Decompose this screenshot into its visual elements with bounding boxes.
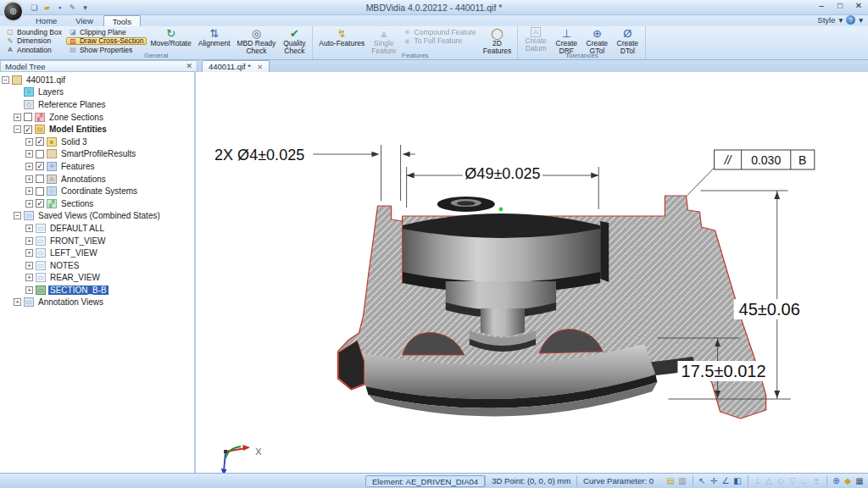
tree-checkbox-unchecked[interactable] <box>24 113 32 121</box>
tab-view[interactable]: View <box>67 15 101 26</box>
tree-expander[interactable]: + <box>14 114 21 121</box>
position-icon[interactable]: ⊕ <box>826 475 842 487</box>
new-document-icon[interactable]: ❏ <box>29 3 40 13</box>
snap-diamond-icon[interactable]: ◇ <box>775 475 787 487</box>
tree-item-smartprofileresults[interactable]: +SmartProfileResults <box>0 148 194 161</box>
tree-expander[interactable]: + <box>25 187 33 195</box>
tree-expander[interactable]: − <box>14 212 21 219</box>
quality-check-button[interactable]: ✔Quality Check <box>280 27 309 55</box>
tree-checkbox-unchecked[interactable] <box>36 175 44 183</box>
alignment-button[interactable]: ⇅Alignment <box>196 27 233 47</box>
tree-expander[interactable]: + <box>14 298 21 306</box>
clipping-plane-button[interactable]: ◪Clipping Plane <box>66 28 147 36</box>
snap-nadir-icon[interactable]: ▽ <box>787 475 798 487</box>
tree-item-annotations[interactable]: +AAnnotations <box>0 173 194 186</box>
help-icon[interactable]: ? <box>846 15 855 25</box>
tolerance-icon[interactable]: ± <box>810 475 822 487</box>
dimension-button[interactable]: ✎Dimension <box>3 37 64 46</box>
open-file-icon[interactable]: ▰ <box>42 3 53 13</box>
tree-checkbox-unchecked[interactable] <box>36 150 44 158</box>
export-icon[interactable]: ▥ <box>676 475 688 487</box>
tree-checkbox-unchecked[interactable] <box>36 187 44 196</box>
tree-expander[interactable]: − <box>2 76 9 84</box>
style-menu[interactable]: Style <box>817 15 835 25</box>
tree-expander[interactable]: + <box>25 237 33 245</box>
mbd-ready-check-button[interactable]: ◎MBD Ready Check <box>235 27 279 55</box>
panel-close-icon[interactable]: ✕ <box>186 62 192 70</box>
document-tab-close-icon[interactable]: ✕ <box>257 63 263 71</box>
tree-checkbox-checked[interactable]: ✓ <box>36 199 44 208</box>
application-menu-button[interactable]: ⊛ <box>3 1 24 22</box>
select-curve-icon[interactable]: ∠ <box>720 475 732 487</box>
tree-expander[interactable]: + <box>25 249 33 257</box>
tree-item-notes[interactable]: +▭NOTES <box>0 259 194 272</box>
qat-dropdown-icon[interactable]: ▾ <box>80 3 91 13</box>
save-icon[interactable]: ▪ <box>54 3 65 13</box>
tree-checkbox-checked[interactable]: ✓ <box>36 162 44 170</box>
tree-item-zone-sections[interactable]: +▞Zone Sections <box>0 111 194 124</box>
tree-expander[interactable]: + <box>25 274 33 281</box>
tree-item-section-b-b[interactable]: +▭SECTION_B-B <box>0 284 194 297</box>
document-tab[interactable]: 440011.qif * ✕ <box>202 60 270 72</box>
create-gtol-button[interactable]: ⊕Create GTol <box>582 27 611 55</box>
tree-item-saved-views-combined-states[interactable]: −▭Saved Views (Combined States) <box>0 210 194 223</box>
select-point-icon[interactable]: ✛ <box>708 475 720 487</box>
dim-holes-label[interactable]: 2X Ø4±0.025 <box>214 147 304 164</box>
dim-diameter-label[interactable]: Ø49±0.025 <box>465 165 540 182</box>
dim-step-label[interactable]: 17.5±0.012 <box>681 362 765 380</box>
tree-expander[interactable]: + <box>25 200 33 208</box>
tab-home[interactable]: Home <box>27 15 65 26</box>
create-dtol-button[interactable]: ØCreate DTol <box>613 27 642 55</box>
style-dropdown-icon[interactable]: ▾ <box>838 15 843 25</box>
cad-canvas[interactable]: 2X Ø4±0.025 Ø49±0.025 45±0.06 17.5±0.012… <box>196 72 868 473</box>
tab-tools[interactable]: Tools <box>103 15 141 26</box>
tree-item-440011-qif[interactable]: −440011.qif <box>0 74 194 86</box>
tree-expander[interactable]: + <box>25 286 33 294</box>
tree-item-features[interactable]: +✓✛Features <box>0 160 194 173</box>
flag-icon[interactable]: ◆ <box>842 475 854 487</box>
maximize-button[interactable]: □ <box>834 1 846 10</box>
tree-expander[interactable]: + <box>25 150 33 158</box>
2d-features-button[interactable]: ◯2D Features <box>481 27 515 55</box>
create-drf-button[interactable]: ⊥Create DRF <box>552 27 581 55</box>
tree-item-rear-view[interactable]: +▭REAR_VIEW <box>0 272 194 285</box>
tree-item-left-view[interactable]: +▭LEFT_VIEW <box>0 247 194 259</box>
tree-item-coordinate-systems[interactable]: +⊹Coordinate Systems <box>0 185 194 197</box>
snap-perpendicular-icon[interactable]: ⊥ <box>748 475 763 487</box>
customize-icon[interactable]: ✎ <box>67 3 78 13</box>
move-rotate-button[interactable]: ↻Move/Rotate <box>148 27 194 47</box>
tree-expander[interactable]: + <box>25 175 33 183</box>
tree-item-default-all[interactable]: +▭DEFAULT ALL <box>0 222 194 235</box>
tree-expander[interactable]: + <box>25 225 33 232</box>
tree-expander[interactable]: + <box>25 138 33 146</box>
tree-item-reference-planes[interactable]: ◇Reference Planes <box>0 98 194 111</box>
tree-expander[interactable]: − <box>14 125 21 133</box>
select-surface-icon[interactable]: ◧ <box>732 475 743 487</box>
grid-icon[interactable]: ▦ <box>854 475 865 487</box>
draw-cross-section-button[interactable]: ▨Draw Cross-Section <box>66 37 147 46</box>
stem-cylinder[interactable] <box>481 308 525 336</box>
tree-expander[interactable]: + <box>25 262 33 269</box>
tree-expander[interactable]: + <box>25 163 33 170</box>
snap-angle-icon[interactable]: ∟ <box>798 475 810 487</box>
tree-item-front-view[interactable]: +▭FRONT_VIEW <box>0 235 194 247</box>
snap-triangle-icon[interactable]: △ <box>763 475 775 487</box>
bounding-box-button[interactable]: ▢Bounding Box <box>3 28 64 36</box>
tree-item-sections[interactable]: +✓▞Sections <box>0 197 194 210</box>
auto-features-button[interactable]: ↯Auto-Features <box>316 27 367 47</box>
tree-checkbox-checked[interactable]: ✓ <box>36 137 44 146</box>
viewport-3d[interactable]: 2X Ø4±0.025 Ø49±0.025 45±0.06 17.5±0.012… <box>196 72 868 473</box>
part-cross-section[interactable] <box>337 196 765 419</box>
help-dropdown-icon[interactable]: ▾ <box>859 15 863 25</box>
open-report-icon[interactable]: ▤ <box>665 475 676 487</box>
minimize-button[interactable]: – <box>815 1 827 10</box>
select-element-icon[interactable]: ↖ <box>693 475 708 487</box>
tree-item-model-entities[interactable]: −✓▤Model Entities <box>0 123 194 136</box>
feature-control-frame[interactable]: // 0.030 B <box>715 150 815 169</box>
close-button[interactable]: ✕ <box>853 1 865 10</box>
dim-height-label[interactable]: 45±0.06 <box>739 300 800 319</box>
tree-checkbox-checked[interactable]: ✓ <box>24 125 32 134</box>
tree-item-layers[interactable]: ≡Layers <box>0 86 194 99</box>
tree-item-annotation-views[interactable]: +▭Annotation Views <box>0 297 194 309</box>
tree-item-solid-3[interactable]: +✓■Solid 3 <box>0 136 194 148</box>
